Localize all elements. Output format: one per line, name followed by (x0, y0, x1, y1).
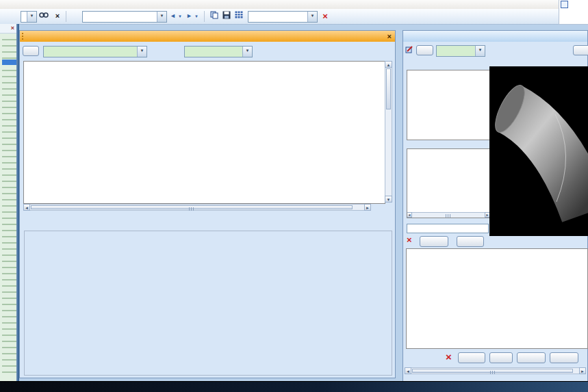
specification-panel-title: × (20, 31, 395, 42)
export-button[interactable] (550, 352, 578, 363)
scroll-right-icon[interactable]: ► (364, 204, 371, 211)
scroll-up-icon[interactable]: ▲ (385, 61, 392, 68)
tasks-groupbox (24, 231, 392, 376)
window-bottom-edge (0, 381, 588, 392)
drag-grip-icon[interactable] (22, 33, 23, 40)
component-icon[interactable] (405, 45, 414, 55)
ce-combo[interactable]: ▼ (82, 11, 167, 23)
chevron-down-icon[interactable]: ▼ (475, 46, 485, 56)
remove-list-icon[interactable]: × (320, 11, 330, 21)
scrollbar-thumb[interactable] (31, 205, 353, 209)
horizontal-scrollbar[interactable]: ◄ ► (405, 367, 586, 374)
chevron-down-icon[interactable]: ▼ (157, 12, 166, 22)
list-grid-icon[interactable] (234, 11, 244, 21)
model-view-panel: ▼ ◄ ► × (402, 30, 588, 383)
ce-button[interactable] (416, 45, 433, 55)
application-window: ▼ × ▼ ◄ ▼ ► ▼ ▼ × (0, 0, 588, 392)
find-icon[interactable] (38, 11, 49, 21)
specification-grid[interactable] (23, 61, 385, 204)
model-3d-viewport[interactable] (489, 66, 588, 236)
forward-arrow-icon[interactable]: ► (186, 12, 192, 19)
addin-icon (561, 1, 568, 8)
scroll-down-icon[interactable]: ▼ (385, 196, 392, 202)
scroll-left-icon[interactable]: ◄ (405, 367, 411, 374)
model-view-panel-title (403, 31, 587, 42)
desc-input[interactable] (407, 224, 489, 233)
toolbar-separator (66, 11, 66, 22)
back-history-icon[interactable]: ▼ (178, 14, 182, 18)
model-references-table[interactable] (407, 70, 490, 140)
close-icon[interactable]: × (11, 25, 14, 31)
spec-combo[interactable]: ▼ (43, 46, 147, 57)
menu-bar (0, 0, 588, 10)
vertical-scrollbar[interactable]: ▲ ▼ (385, 61, 392, 202)
main-toolbar: ▼ × ▼ ◄ ▼ ► ▼ ▼ × (0, 9, 588, 25)
reset-button[interactable] (573, 45, 588, 55)
import-button[interactable] (517, 352, 546, 363)
explorer-selected-item[interactable] (2, 60, 16, 65)
new-item-button[interactable] (458, 352, 485, 363)
category-items-grid[interactable] (406, 248, 588, 349)
specification-panel: × ▼ ▼ ▲ ▼ ◄ ► (19, 30, 396, 378)
save-icon[interactable] (222, 11, 231, 21)
chevron-down-icon[interactable]: ▼ (307, 12, 317, 22)
truncated-combo[interactable]: ▼ (21, 11, 37, 23)
list-combo[interactable]: ▼ (248, 11, 318, 23)
explorer-tree-list[interactable] (2, 35, 16, 377)
explorer-strip-header: × (0, 24, 16, 34)
back-arrow-icon[interactable]: ◄ (170, 12, 176, 19)
category-combo[interactable]: ▼ (436, 45, 485, 57)
delete-icon[interactable]: × (407, 235, 412, 245)
new-desc-button[interactable] (457, 236, 484, 247)
copy-button[interactable] (489, 352, 513, 363)
chevron-down-icon[interactable]: ▼ (137, 47, 146, 57)
delete-icon[interactable]: × (446, 351, 452, 363)
parameter-definitions-table[interactable]: ◄ ► (407, 148, 490, 218)
forward-history-icon[interactable]: ▼ (194, 14, 199, 18)
docked-panel-stub (559, 0, 588, 25)
scroll-left-icon[interactable]: ◄ (407, 212, 412, 218)
close-icon[interactable]: × (387, 31, 392, 42)
scrollbar-thumb[interactable] (386, 68, 391, 109)
chevron-down-icon[interactable]: ▼ (242, 47, 252, 57)
toolbar-separator (204, 11, 205, 22)
scroll-left-icon[interactable]: ◄ (23, 204, 30, 211)
horizontal-scrollbar[interactable]: ◄ ► (407, 212, 489, 218)
elbow-3d-model (489, 66, 588, 236)
dock-tab[interactable] (561, 1, 570, 8)
headings-combo[interactable]: ▼ (184, 46, 253, 57)
apply-button[interactable] (420, 236, 448, 247)
horizontal-scrollbar[interactable]: ◄ ► (23, 204, 371, 211)
scroll-right-icon[interactable]: ► (579, 367, 586, 374)
explorer-strip: × (0, 24, 16, 381)
chevron-down-icon[interactable]: ▼ (27, 12, 36, 22)
scrollbar-thumb[interactable] (412, 369, 573, 373)
clear-icon[interactable]: × (53, 11, 62, 21)
copy-list-icon[interactable] (209, 11, 219, 21)
ce-button[interactable] (23, 46, 39, 56)
